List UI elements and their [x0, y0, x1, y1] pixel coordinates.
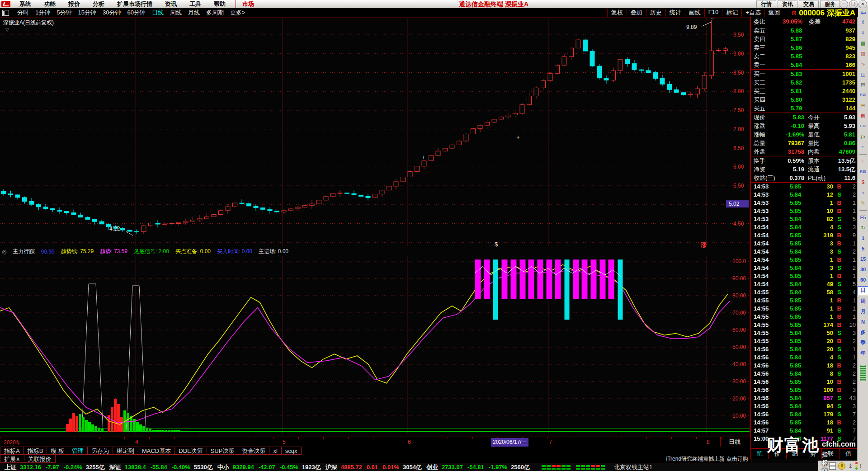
ask-row-1[interactable]: 卖四5.87829 — [751, 35, 858, 43]
tool-0[interactable]: 复权 — [607, 9, 627, 17]
period-tab-5[interactable]: 60分钟 — [124, 9, 148, 17]
indicator-collapse-icon[interactable]: ◎ — [2, 249, 6, 255]
strip-period-60[interactable]: 60 — [858, 275, 868, 285]
bottom-tab-6[interactable]: MACD基本 — [138, 447, 175, 455]
function-icon[interactable]: ƒx — [858, 132, 868, 142]
bottom-tab-3[interactable]: 管理 — [68, 447, 88, 455]
bid-row-3[interactable]: 买四5.803122 — [751, 95, 858, 104]
f12-icon[interactable]: F12 — [858, 121, 868, 132]
tick-tab-0[interactable]: 笔 — [751, 449, 769, 459]
tool-7[interactable]: +自选 — [741, 9, 764, 17]
bottom-tab-1[interactable]: 指标B — [24, 447, 47, 455]
bottom-tab-11[interactable]: scqx — [282, 447, 302, 455]
bottom-tab-4[interactable]: 另存为 — [88, 447, 113, 455]
strip-scroll-thumb[interactable] — [860, 365, 866, 381]
tick-tab-2[interactable]: 细 — [787, 449, 804, 459]
tool-4[interactable]: 画线 — [685, 9, 704, 17]
alert-icon[interactable]: ! — [860, 463, 862, 469]
menu-7[interactable]: 帮助 — [208, 0, 232, 8]
tool-5[interactable]: F10 — [704, 9, 722, 17]
traffic-light-icon[interactable] — [855, 462, 858, 470]
status-index-1[interactable]: 深证13838.4-55.84-0.40%5530亿 — [109, 463, 213, 471]
menu-4[interactable]: 扩展市场行情 — [111, 0, 159, 8]
tick-list[interactable]: 14:535.8530B214:535.8412S214:535.851B114… — [751, 183, 858, 443]
menu-6[interactable]: 工具 — [183, 0, 208, 8]
kline-icon[interactable]: ◫ — [858, 69, 868, 80]
strip-tab-月[interactable]: 月 — [858, 306, 868, 317]
bottom-tab-2[interactable]: 模 板 — [47, 447, 68, 455]
bottom-tab-5[interactable]: 绑定到 — [113, 447, 138, 455]
menu-3[interactable]: 分析 — [86, 0, 111, 8]
bid-row-4[interactable]: 买五5.79144 — [751, 104, 858, 113]
ask-row-4[interactable]: 卖一5.84166 — [751, 61, 858, 69]
menu-5[interactable]: 资讯 — [159, 0, 183, 8]
period-indicator-label[interactable]: 日线 — [720, 437, 749, 447]
news-icon[interactable]: ▤ — [858, 80, 868, 90]
strip-tab-周[interactable]: 周 — [858, 296, 868, 306]
date-axis[interactable]: 2020年45678 2020/06/17/三 日线 — [0, 437, 750, 447]
chart-symbol-label[interactable]: 深振业A(日线前复权) — [3, 19, 54, 27]
line-chart-icon[interactable]: ∿ — [858, 59, 868, 69]
menu-0[interactable]: 系统 — [13, 0, 38, 8]
status-index-2[interactable]: 中小9329.94-42.07-0.45%1923亿 — [217, 463, 321, 471]
status-index-3[interactable]: 沪深4885.720.610.01%3054亿 — [326, 463, 422, 471]
period-tab-7[interactable]: 周线 — [167, 9, 185, 17]
title-button-3[interactable]: 服务 — [820, 0, 840, 8]
wave-icon[interactable]: ≈ — [858, 156, 868, 167]
ask-row-2[interactable]: 卖三5.86945 — [751, 43, 858, 52]
panel-toggle-icon[interactable] — [2, 10, 9, 16]
f5-icon[interactable]: F5 — [858, 212, 868, 223]
money-icon[interactable]: $ — [858, 177, 868, 188]
strip-period-30[interactable]: 30 — [858, 264, 868, 275]
indicator-header[interactable]: ◎主力行踪90.90趋势线: 75.29趋势: 73.59见底信号: 2.00买… — [2, 248, 288, 255]
strip-period-15[interactable]: 15 — [858, 254, 868, 264]
quote-table-icon[interactable]: ▥ — [858, 48, 868, 59]
bottom-tab-10[interactable]: xl — [269, 447, 281, 455]
back-arrow-icon[interactable]: ⇦ — [858, 8, 868, 17]
title-button-0[interactable]: 行情 — [756, 0, 776, 8]
status-index-4[interactable]: 创业2733.07-54.81-1.97%2560亿 — [426, 463, 530, 471]
menu-2[interactable]: 报价 — [62, 0, 86, 8]
bid-row-1[interactable]: 买二5.821735 — [751, 78, 858, 87]
period-tab-0[interactable]: 分时 — [14, 9, 32, 17]
tool-2[interactable]: 历史 — [646, 9, 665, 17]
coin-icon[interactable]: ¥ — [838, 462, 845, 470]
strip-tab-日[interactable]: 日 — [858, 286, 868, 295]
bid-row-2[interactable]: 买三5.812440 — [751, 87, 858, 95]
bottom-tab-7[interactable]: DDE决策 — [175, 447, 207, 455]
strip-tab-多[interactable]: 多 — [858, 327, 868, 338]
report-grid-icon[interactable]: ▦ — [858, 38, 868, 48]
trophy-icon[interactable]: ♝ — [848, 463, 853, 469]
f10-icon[interactable]: F10 — [858, 90, 868, 100]
scroll-up-icon[interactable]: ⇧ — [858, 17, 868, 28]
title-button-2[interactable]: 交易 — [799, 0, 819, 8]
strip-tab-年[interactable]: 年 — [858, 348, 868, 358]
menu-1[interactable]: 功能 — [38, 0, 62, 8]
tool-6[interactable]: 标记 — [722, 9, 741, 17]
period-tab-3[interactable]: 15分钟 — [75, 9, 99, 17]
period-tab-9[interactable]: 多周期 — [203, 9, 227, 17]
chart-dropdown-icon[interactable]: ▽ — [5, 27, 9, 32]
tick-tab-1[interactable]: 价 — [769, 449, 786, 459]
period-tab-1[interactable]: 1分钟 — [32, 9, 53, 17]
circle-icon[interactable]: ○ — [858, 142, 868, 152]
refresh-icon[interactable]: ↻ — [858, 223, 868, 233]
tool-1[interactable]: 叠加 — [627, 9, 646, 17]
main-chart-canvas[interactable]: 9.509.008.508.007.507.006.506.005.504.50… — [0, 0, 868, 471]
bottom-tab-8[interactable]: SUP决策 — [207, 447, 239, 455]
strip-tab-N[interactable]: N — [858, 317, 868, 327]
itrend-ad[interactable]: iTrend研究终端震撼上新 点击订购 — [663, 455, 751, 464]
menu-market[interactable]: 市场 — [236, 0, 260, 8]
strip-period-1[interactable]: 1 — [858, 233, 868, 244]
period-tab-6[interactable]: 日线 — [149, 9, 167, 17]
bottom-tab-0[interactable]: 指标A — [0, 447, 24, 455]
zixuan-icon[interactable]: 自 — [858, 111, 868, 121]
move-icon[interactable]: ＋ — [858, 188, 868, 198]
ask-row-0[interactable]: 卖五5.88937 — [751, 26, 858, 35]
tick-tab-5[interactable]: 值 — [840, 449, 858, 459]
period-tab-8[interactable]: 月线 — [185, 9, 203, 17]
strip-period-5[interactable]: 5 — [858, 244, 868, 254]
extension-tab-1[interactable]: 关联报价 — [24, 455, 56, 463]
tool-3[interactable]: 统计 — [665, 9, 685, 17]
scroll-down-icon[interactable]: ⇩ — [858, 28, 868, 38]
